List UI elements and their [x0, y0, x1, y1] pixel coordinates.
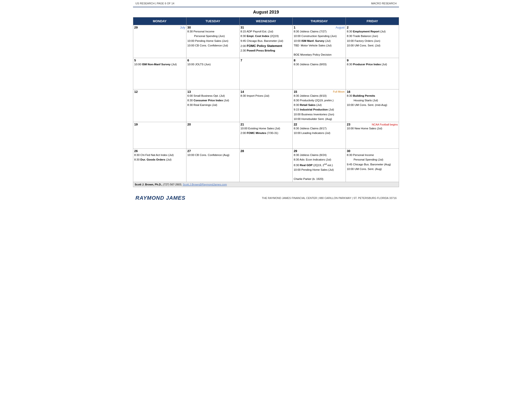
week-row-5: 26 8:30 Chi Fed Nat Act Index (Jul) 8:30…	[133, 149, 399, 182]
date-num: 23	[347, 122, 350, 126]
event: 10:00 Pending Home Sales (Jul)	[294, 168, 345, 172]
day-19: 19	[133, 122, 186, 149]
week-row-1: 29 July 30 8:30 Personal Income Personal…	[133, 25, 399, 58]
date-tag-july: July	[180, 26, 185, 29]
col-monday: MONDAY	[133, 17, 186, 25]
event: 9:45 Chicago Bus. Barometer (Jul)	[241, 39, 292, 43]
event: 8:30 Real Earnings (Jul)	[187, 103, 238, 107]
event: 8:30 Producer Price Index (Jul)	[347, 62, 398, 67]
date-num: 21	[241, 122, 244, 126]
col-tuesday: TUESDAY	[186, 17, 239, 25]
week-row-2: 5 10:00 ISM Non-Manf Survey (Jul) 6 10:0…	[133, 58, 399, 89]
date-num: 12	[134, 90, 138, 93]
event: 10:00 Existing Home Sales (Jul)	[241, 126, 292, 131]
date-num: 15	[294, 90, 297, 93]
event: 10:00 Business Inventories (Jun)	[294, 112, 345, 117]
event: 10:00 JOLTS (Jun)	[187, 62, 238, 67]
day-26: 26 8:30 Chi Fed Nat Act Index (Jul) 8:30…	[133, 149, 186, 182]
calendar-table: MONDAY TUESDAY WEDNESDAY THURSDAY FRIDAY…	[133, 17, 399, 187]
date-num: 1	[294, 26, 295, 29]
day-27: 27 10:00 CB Cons. Confidence (Aug)	[186, 149, 239, 182]
event: 8:30 Building Permits	[347, 93, 398, 98]
week-row-4: 19 20 21 10:00 Existing Home Sales (Jul)…	[133, 122, 399, 149]
event: 9:45 Chicago Bus. Barometer (Aug)	[347, 162, 398, 167]
day-6: 6 10:00 JOLTS (Jun)	[186, 58, 239, 89]
day-22: 22 8:30 Jobless Claims (8/17) 10:00 Lead…	[293, 122, 346, 149]
day-9: 9 8:30 Producer Price Index (Jul)	[346, 58, 399, 89]
rj-logo: RAYMOND JAMES	[135, 195, 185, 201]
date-num: 16	[347, 90, 350, 93]
event: Charlie Parker (b. 1920)	[294, 177, 345, 181]
author-email[interactable]: Scott.J.Brown@RaymondJames.com	[183, 183, 227, 186]
event: 10:00 ISM Non-Manf Survey (Jul)	[134, 62, 185, 67]
date-num: 8	[294, 58, 295, 62]
date-num: 28	[241, 149, 244, 153]
event: 10:00 UM Cons. Sent. (Jul)	[347, 43, 398, 48]
event: 10:00 Construction Spending (Jun)	[294, 34, 345, 38]
event: 8:30 Adv. Econ Indicators (Jul)	[294, 157, 345, 162]
page-header: US RESEARCH | PAGE 6 OF 14 MACRO RESEARC…	[133, 0, 399, 7]
day-20: 20	[186, 122, 239, 149]
day-31: 31 8:15 ADP Payroll Est. (Jul) 8:30 Empl…	[239, 25, 293, 58]
day-2: 2 8:30 Employment Report (Jul) 8:30 Trad…	[346, 25, 399, 58]
event: 8:30 Personal Income	[187, 29, 238, 34]
footer-row: Scott J. Brown, Ph.D., (727) 567-2603, S…	[133, 182, 399, 187]
date-num: 9	[347, 58, 349, 62]
day-1-aug: 1 August 8:30 Jobless Claims (7/27) 10:0…	[293, 25, 346, 58]
event: 10:00 ISM Manf. Survey (Jul)	[294, 39, 345, 43]
date-num: 29	[294, 149, 297, 153]
day-29-aug: 29 8:30 Jobless Claims (8/24) 8:30 Adv. …	[293, 149, 346, 182]
event: 10:00 Homebuilder Sent. (Aug)	[294, 117, 345, 121]
day-30: 30 8:30 Personal Income Personal Spendin…	[346, 149, 399, 182]
event: 8:30 Employment Report (Jul)	[347, 29, 398, 34]
day-13: 13 6:00 Small Business Opt. (Jul) 8:30 C…	[186, 89, 239, 122]
event: 8:15 ADP Payroll Est. (Jul)	[241, 29, 292, 34]
col-thursday: THURSDAY	[293, 17, 346, 25]
full-moon-tag: Full Moon	[333, 90, 345, 93]
day-29-jul: 29 July	[133, 25, 186, 58]
event: 2:00 FOMC Policy Statement	[241, 43, 292, 49]
event: 10:00 Pending Home Sales (Jun)	[187, 39, 238, 43]
date-num: 30	[187, 26, 191, 29]
date-num: 6	[187, 58, 189, 62]
event: 10:00 CB Cons. Confidence (Aug)	[187, 153, 238, 157]
day-16: 16 8:30 Building Permits Housing Starts …	[346, 89, 399, 122]
date-num: 7	[241, 58, 242, 62]
event	[294, 172, 345, 177]
date-num: 13	[187, 90, 191, 93]
event: 8:30 Import Prices (Jul)	[241, 93, 292, 98]
event: 9:15 Industrial Production (Jul)	[294, 107, 345, 112]
day-8: 8 8:30 Jobless Claims (8/03)	[293, 58, 346, 89]
day-7: 7	[239, 58, 293, 89]
event: 8:30 Empl. Cost Index (2Q19)	[241, 34, 292, 38]
event: 2:30 Powell Press Briefing	[241, 48, 292, 53]
event: 10:00 UM Cons. Sent. (Aug)	[347, 167, 398, 171]
date-num: 31	[241, 26, 244, 29]
event: 10:00 CB Cons. Confidence (Jul)	[187, 43, 238, 48]
header-right: MACRO RESEARCH	[371, 2, 397, 5]
event: 10:00 Factory Orders (Jun)	[347, 39, 398, 43]
date-num: 5	[134, 58, 136, 62]
col-wednesday: WEDNESDAY	[239, 17, 293, 25]
event: 8:30 Dur. Goods Orders (Jul)	[134, 157, 185, 162]
date-num: 27	[187, 149, 191, 153]
day-30: 30 8:30 Personal Income Personal Spendin…	[186, 25, 239, 58]
footer-cell: Scott J. Brown, Ph.D., (727) 567-2603, S…	[133, 182, 399, 187]
day-5: 5 10:00 ISM Non-Manf Survey (Jul)	[133, 58, 186, 89]
event: 8:30 Consumer Price Index (Jul)	[187, 98, 238, 103]
event: 8:30 Real GDP (2Q19, 2nd est.)	[294, 162, 345, 168]
event: 8:30 Jobless Claims (8/24)	[294, 153, 345, 157]
event: 8:30 Jobless Claims (8/17)	[294, 126, 345, 131]
date-num: 19	[134, 122, 138, 126]
day-23: 23 NCAA Football begins 10:00 New Home S…	[346, 122, 399, 149]
footer-address: THE RAYMOND JAMES FINANCIAL CENTER | 880…	[262, 196, 397, 199]
calendar-title: August 2019	[133, 7, 399, 17]
day-12: 12	[133, 89, 186, 122]
event: 8:30 Jobless Claims (8/10)	[294, 93, 345, 98]
event: 10:00 UM Cons. Sent. (mid-Aug)	[347, 103, 398, 107]
date-num: 30	[347, 149, 350, 153]
page-footer: RAYMOND JAMES THE RAYMOND JAMES FINANCIA…	[133, 192, 399, 204]
event: 2:00 FOMC Minutes (7/30-31)	[241, 131, 292, 135]
day-14: 14 8:30 Import Prices (Jul)	[239, 89, 293, 122]
day-15: 15 Full Moon 8:30 Jobless Claims (8/10) …	[293, 89, 346, 122]
